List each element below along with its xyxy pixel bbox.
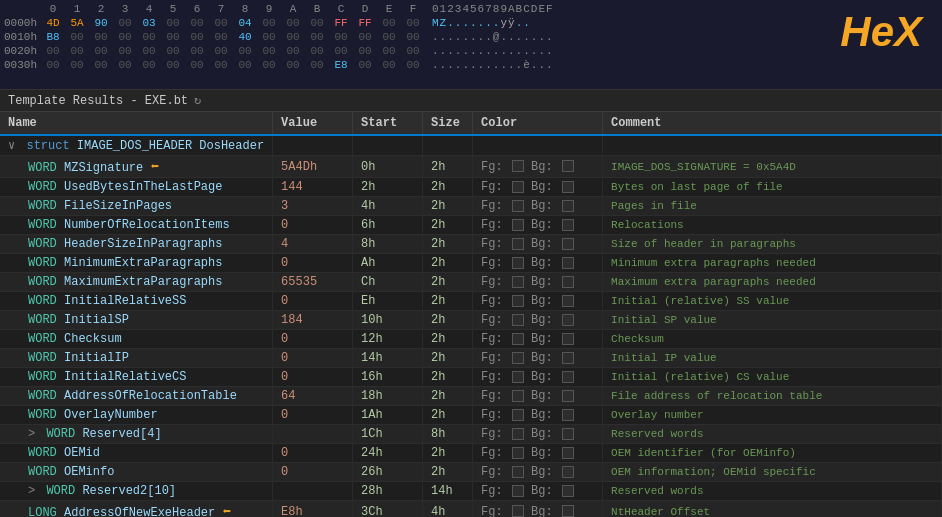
fg-swatch[interactable] xyxy=(512,409,524,421)
bg-swatch[interactable] xyxy=(562,352,574,364)
table-row[interactable]: WORD NumberOfRelocationItems06h2hFg: Bg:… xyxy=(0,216,942,235)
name-cell: WORD OEMinfo xyxy=(0,463,273,482)
table-row[interactable]: WORD Checksum012h2hFg: Bg: Checksum xyxy=(0,330,942,349)
table-row[interactable]: WORD AddressOfRelocationTable6418h2hFg: … xyxy=(0,387,942,406)
color-cell xyxy=(473,135,603,156)
fg-swatch[interactable] xyxy=(512,352,524,364)
hex-row-1: 0010h B8 00 00 00 00 00 00 00 40 00 00 0… xyxy=(4,30,938,44)
comment-cell: Initial IP value xyxy=(603,349,942,368)
bg-swatch[interactable] xyxy=(562,428,574,440)
color-cell: Fg: Bg: xyxy=(473,254,603,273)
table-row[interactable]: > WORD Reserved[4]1Ch8hFg: Bg: Reserved … xyxy=(0,425,942,444)
bg-swatch[interactable] xyxy=(562,160,574,172)
table-row[interactable]: WORD InitialRelativeCS016h2hFg: Bg: Init… xyxy=(0,368,942,387)
fg-swatch[interactable] xyxy=(512,238,524,250)
table-row[interactable]: ∨ struct IMAGE_DOS_HEADER DosHeader xyxy=(0,135,942,156)
fg-swatch[interactable] xyxy=(512,505,524,517)
table-row[interactable]: WORD InitialIP014h2hFg: Bg: Initial IP v… xyxy=(0,349,942,368)
bg-swatch[interactable] xyxy=(562,276,574,288)
fg-swatch[interactable] xyxy=(512,314,524,326)
comment-cell: OEM identifier (for OEMinfo) xyxy=(603,444,942,463)
size-cell: 2h xyxy=(423,330,473,349)
bg-swatch[interactable] xyxy=(562,238,574,250)
fg-swatch[interactable] xyxy=(512,181,524,193)
color-cell: Fg: Bg: xyxy=(473,406,603,425)
table-row[interactable]: > WORD Reserved2[10]28h14hFg: Bg: Reserv… xyxy=(0,482,942,501)
bg-swatch[interactable] xyxy=(562,257,574,269)
start-cell: 0h xyxy=(353,156,423,178)
bg-swatch[interactable] xyxy=(562,314,574,326)
bg-swatch[interactable] xyxy=(562,505,574,517)
size-cell: 2h xyxy=(423,273,473,292)
table-row[interactable]: WORD MinimumExtraParagraphs0Ah2hFg: Bg: … xyxy=(0,254,942,273)
comment-cell: Overlay number xyxy=(603,406,942,425)
table-container[interactable]: Name Value Start Size Color Comment ∨ st… xyxy=(0,112,942,517)
table-row[interactable]: WORD MZSignature ⬅5A4Dh0h2hFg: Bg: IMAGE… xyxy=(0,156,942,178)
size-cell: 2h xyxy=(423,349,473,368)
table-row[interactable]: LONG AddressOfNewExeHeader ⬅E8h3Ch4hFg: … xyxy=(0,501,942,518)
bg-swatch[interactable] xyxy=(562,447,574,459)
name-cell: WORD InitialRelativeCS xyxy=(0,368,273,387)
comment-cell: Checksum xyxy=(603,330,942,349)
bg-swatch[interactable] xyxy=(562,200,574,212)
name-cell: WORD AddressOfRelocationTable xyxy=(0,387,273,406)
expand-arrow[interactable]: > xyxy=(28,427,42,441)
start-cell: 12h xyxy=(353,330,423,349)
fg-swatch[interactable] xyxy=(512,200,524,212)
fg-swatch[interactable] xyxy=(512,371,524,383)
size-cell: 8h xyxy=(423,425,473,444)
col-header-value: Value xyxy=(273,112,353,135)
fg-swatch[interactable] xyxy=(512,466,524,478)
color-cell: Fg: Bg: xyxy=(473,156,603,178)
table-row[interactable]: WORD OEMid024h2hFg: Bg: OEM identifier (… xyxy=(0,444,942,463)
fg-swatch[interactable] xyxy=(512,390,524,402)
fg-swatch[interactable] xyxy=(512,428,524,440)
bg-swatch[interactable] xyxy=(562,219,574,231)
value-cell: 0 xyxy=(273,254,353,273)
refresh-icon[interactable]: ↻ xyxy=(194,93,201,108)
expand-arrow[interactable]: > xyxy=(28,484,42,498)
bg-swatch[interactable] xyxy=(562,485,574,497)
name-cell: WORD UsedBytesInTheLastPage xyxy=(0,178,273,197)
hex-content: 0 1 2 3 4 5 6 7 8 9 A B C D E F 01234567… xyxy=(0,0,942,89)
color-cell: Fg: Bg: xyxy=(473,311,603,330)
value-cell: 0 xyxy=(273,216,353,235)
table-row[interactable]: WORD InitialRelativeSS0Eh2hFg: Bg: Initi… xyxy=(0,292,942,311)
fg-swatch[interactable] xyxy=(512,295,524,307)
table-row[interactable]: WORD UsedBytesInTheLastPage1442h2hFg: Bg… xyxy=(0,178,942,197)
table-row[interactable]: WORD OverlayNumber01Ah2hFg: Bg: Overlay … xyxy=(0,406,942,425)
col-header-color: Color xyxy=(473,112,603,135)
size-cell: 14h xyxy=(423,482,473,501)
start-cell: 18h xyxy=(353,387,423,406)
table-row[interactable]: WORD OEMinfo026h2hFg: Bg: OEM informatio… xyxy=(0,463,942,482)
color-cell: Fg: Bg: xyxy=(473,425,603,444)
bg-swatch[interactable] xyxy=(562,390,574,402)
bg-swatch[interactable] xyxy=(562,333,574,345)
bg-swatch[interactable] xyxy=(562,409,574,421)
start-cell: 6h xyxy=(353,216,423,235)
bg-swatch[interactable] xyxy=(562,371,574,383)
fg-swatch[interactable] xyxy=(512,333,524,345)
comment-cell: Initial (relative) CS value xyxy=(603,368,942,387)
size-cell: 2h xyxy=(423,178,473,197)
col-header-comment: Comment xyxy=(603,112,942,135)
name-cell: WORD InitialIP xyxy=(0,349,273,368)
table-row[interactable]: WORD FileSizeInPages34h2hFg: Bg: Pages i… xyxy=(0,197,942,216)
bg-swatch[interactable] xyxy=(562,181,574,193)
bg-swatch[interactable] xyxy=(562,466,574,478)
size-cell: 2h xyxy=(423,406,473,425)
start-cell: 4h xyxy=(353,197,423,216)
fg-swatch[interactable] xyxy=(512,276,524,288)
comment-cell: File address of relocation table xyxy=(603,387,942,406)
fg-swatch[interactable] xyxy=(512,257,524,269)
value-cell: E8h xyxy=(273,501,353,518)
fg-swatch[interactable] xyxy=(512,485,524,497)
table-row[interactable]: WORD InitialSP18410h2hFg: Bg: Initial SP… xyxy=(0,311,942,330)
table-row[interactable]: WORD HeaderSizeInParagraphs48h2hFg: Bg: … xyxy=(0,235,942,254)
bg-swatch[interactable] xyxy=(562,295,574,307)
fg-swatch[interactable] xyxy=(512,219,524,231)
table-row[interactable]: WORD MaximumExtraParagraphs65535Ch2hFg: … xyxy=(0,273,942,292)
fg-swatch[interactable] xyxy=(512,160,524,172)
expand-arrow[interactable]: ∨ xyxy=(8,139,22,153)
fg-swatch[interactable] xyxy=(512,447,524,459)
